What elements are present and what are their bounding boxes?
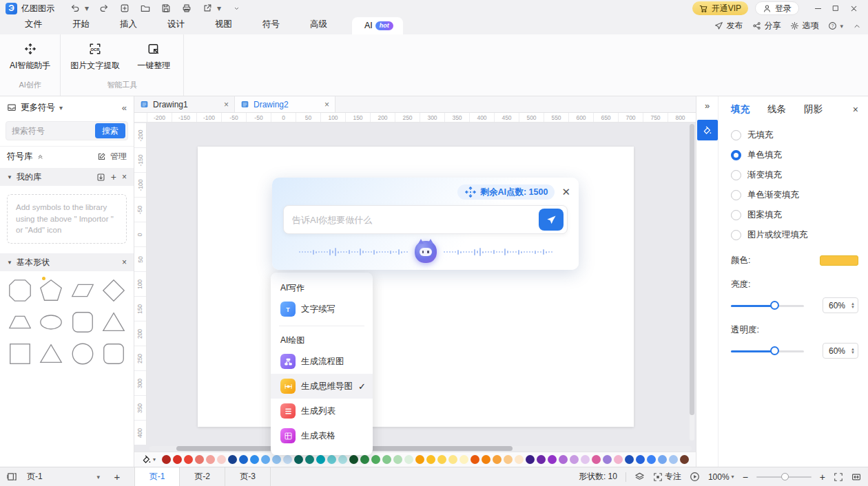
palette-color[interactable]	[250, 455, 259, 464]
radio-icon[interactable]	[731, 170, 741, 180]
palette-color[interactable]	[415, 455, 424, 464]
palette-color[interactable]	[570, 455, 579, 464]
panel-tab-shadow[interactable]: 阴影	[804, 103, 823, 116]
zoom-level-dropdown[interactable]: 100%▾	[708, 472, 734, 482]
shape-trapezoid[interactable]	[4, 307, 36, 337]
ai-prompt-input[interactable]	[292, 215, 539, 225]
palette-color[interactable]	[426, 455, 435, 464]
opacity-slider[interactable]	[731, 346, 804, 356]
radio-icon[interactable]	[731, 130, 741, 140]
palette-color[interactable]	[305, 455, 314, 464]
ai-send-button[interactable]	[539, 209, 564, 231]
palette-color[interactable]	[239, 455, 248, 464]
one-click-tidy-button[interactable]: 一键整理	[134, 40, 174, 76]
palette-color[interactable]	[459, 455, 468, 464]
palette-color[interactable]	[614, 455, 623, 464]
zoom-in-button[interactable]: +	[820, 472, 825, 483]
page-tab[interactable]: 页-3	[225, 467, 271, 486]
fill-tool-button[interactable]: ▾	[141, 454, 156, 465]
palette-color[interactable]	[316, 455, 325, 464]
tab-symbols[interactable]: 符号	[262, 16, 280, 34]
fill-option[interactable]: 单色渐变填充	[731, 185, 858, 205]
opacity-spinner[interactable]: 60% ▲▼	[823, 343, 858, 359]
palette-color[interactable]	[360, 455, 369, 464]
shape-octagon[interactable]	[4, 275, 36, 306]
page-selector[interactable]: 页-1 ▾	[23, 469, 104, 485]
options-button[interactable]: 选项	[790, 20, 818, 32]
undo-button[interactable]	[67, 1, 83, 15]
palette-color[interactable]	[680, 455, 689, 464]
close-button[interactable]	[845, 1, 862, 15]
palette-color[interactable]	[393, 455, 402, 464]
radio-icon[interactable]	[731, 230, 741, 240]
palette-color[interactable]	[173, 455, 182, 464]
remove-library-button[interactable]: ×	[122, 172, 127, 182]
app-logo-icon[interactable]: Э	[6, 3, 17, 14]
ocr-button[interactable]: OCR 图片文字提取	[70, 40, 120, 76]
toolbar-overflow-button[interactable]	[228, 1, 245, 15]
publish-button[interactable]: 发布	[714, 20, 743, 32]
spin-down-icon[interactable]: ▼	[851, 351, 855, 355]
tab-ai[interactable]: AI hot	[352, 17, 403, 34]
login-button[interactable]: 登录	[755, 1, 799, 15]
palette-color[interactable]	[437, 455, 446, 464]
fit-width-icon[interactable]	[851, 472, 861, 482]
focus-mode-button[interactable]: 专注	[653, 471, 681, 483]
palette-color[interactable]	[603, 455, 612, 464]
palette-color[interactable]	[349, 455, 358, 464]
close-ai-dialog-button[interactable]: ✕	[561, 186, 570, 198]
menu-item-continue-writing[interactable]: T 文字续写	[271, 297, 373, 321]
radio-icon[interactable]	[731, 210, 741, 220]
palette-color[interactable]	[581, 455, 590, 464]
horizontal-scrollbar[interactable]	[134, 445, 696, 452]
palette-color[interactable]	[382, 455, 391, 464]
vertical-scrollbar[interactable]	[690, 124, 694, 441]
fullscreen-icon[interactable]	[834, 472, 843, 482]
palette-color[interactable]	[261, 455, 270, 464]
close-shapes-button[interactable]: ×	[122, 257, 127, 267]
palette-color[interactable]	[625, 455, 634, 464]
minimize-button[interactable]	[809, 1, 827, 15]
palette-color[interactable]	[195, 455, 204, 464]
shape-diamond[interactable]	[99, 275, 130, 306]
palette-color[interactable]	[327, 455, 336, 464]
palette-color[interactable]	[526, 455, 535, 464]
close-tab-icon[interactable]: ×	[324, 100, 329, 109]
tab-design[interactable]: 设计	[167, 16, 185, 34]
collapse-sidebar-button[interactable]: «	[122, 103, 127, 113]
zoom-slider[interactable]	[756, 472, 812, 482]
zoom-out-button[interactable]: −	[743, 472, 748, 483]
expand-panel-button[interactable]: »	[705, 101, 710, 114]
canvas-viewport[interactable]: -200-150-100-500501001502002503003504004…	[134, 123, 696, 445]
palette-color[interactable]	[482, 455, 490, 464]
pages-panel-icon[interactable]	[7, 472, 17, 482]
export-button[interactable]	[199, 1, 216, 15]
add-symbol-button[interactable]: +	[111, 171, 116, 182]
fill-option[interactable]: 无填充	[731, 125, 858, 145]
my-library-section[interactable]: ▼ 我的库 + ×	[0, 168, 134, 186]
radio-icon[interactable]	[731, 190, 741, 200]
tab-insert[interactable]: 插入	[120, 16, 137, 34]
menu-item-generate-mindmap[interactable]: 生成思维导图 ✓	[271, 374, 373, 399]
close-panel-button[interactable]: ×	[853, 104, 858, 115]
menu-item-generate-flowchart[interactable]: 生成流程图	[271, 349, 373, 374]
manage-library-button[interactable]: 管理	[97, 151, 127, 162]
ai-mascot-icon[interactable]	[415, 241, 437, 263]
shape-triangle[interactable]	[99, 307, 130, 337]
tab-advanced[interactable]: 高级	[310, 16, 327, 34]
layers-icon[interactable]	[634, 472, 645, 482]
fill-option[interactable]: 渐变填充	[731, 165, 858, 185]
palette-color[interactable]	[592, 455, 601, 464]
more-symbols-caret[interactable]: ▾	[59, 104, 63, 112]
shape-ellipse[interactable]	[36, 307, 68, 337]
new-file-button[interactable]	[116, 1, 133, 15]
shape-square[interactable]	[4, 339, 36, 369]
panel-tab-line[interactable]: 线条	[767, 103, 786, 116]
palette-color[interactable]	[228, 455, 237, 464]
page-tab[interactable]: 页-1	[134, 467, 180, 486]
menu-item-generate-table[interactable]: 生成表格	[271, 423, 373, 448]
palette-color[interactable]	[283, 455, 292, 464]
shape-circle[interactable]	[67, 339, 99, 369]
ai-move-icon[interactable]	[464, 186, 477, 198]
search-button[interactable]: 搜索	[95, 123, 125, 138]
